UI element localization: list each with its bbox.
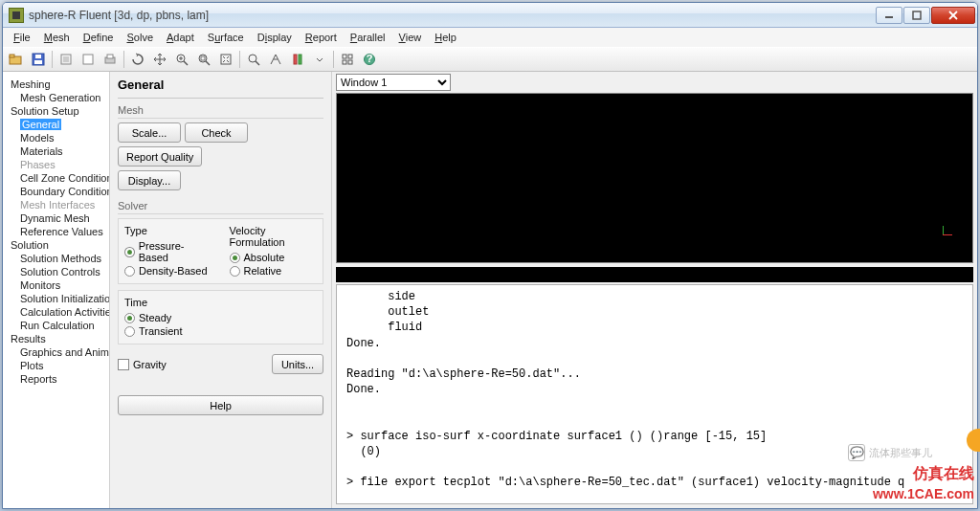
open-icon[interactable] [6,49,27,70]
help-icon[interactable]: ? [359,49,380,70]
menu-define[interactable]: Define [77,30,121,45]
graphics-viewport[interactable] [336,93,973,263]
report-quality-button[interactable]: Report Quality [118,146,202,167]
tree-reference-values[interactable]: Reference Values [7,225,105,238]
svg-line-21 [206,61,210,65]
mesh-group-label: Mesh [118,104,323,119]
close-button[interactable] [931,7,975,24]
density-based-radio[interactable]: Density-Based [124,264,212,278]
svg-rect-5 [10,55,14,57]
tree-solution-init[interactable]: Solution Initialization [7,292,105,305]
svg-rect-1 [913,11,921,19]
tree-phases[interactable]: Phases [7,158,105,171]
tree-solution-setup[interactable]: Solution Setup [7,104,105,118]
units-button[interactable]: Units... [272,354,323,374]
tool-icon-2[interactable] [78,49,99,70]
menu-solve[interactable]: Solve [120,30,160,45]
dropdown-icon[interactable] [309,49,330,70]
outline-tree[interactable]: Meshing Mesh Generation Solution Setup G… [3,72,110,508]
arrange-icon[interactable] [337,49,358,70]
svg-rect-10 [63,56,69,62]
solver-group-label: Solver [118,200,323,214]
console-output[interactable]: side outlet fluid Done. Reading "d:\a\sp… [336,284,973,504]
tree-models[interactable]: Models [7,131,105,144]
svg-line-25 [256,61,259,65]
help-button[interactable]: Help [118,395,323,415]
zoom-in-icon[interactable] [171,49,192,70]
app-icon [9,8,24,23]
window-buttons [876,7,975,24]
menu-help[interactable]: Help [428,30,463,45]
menu-mesh[interactable]: Mesh [37,30,77,45]
menu-parallel[interactable]: Parallel [344,30,392,45]
svg-rect-11 [83,55,93,64]
velocity-label: Velocity Formulation [230,225,318,248]
tree-boundary[interactable]: Boundary Conditions [7,185,105,198]
tree-general[interactable]: General [7,118,105,131]
print-icon[interactable] [100,49,121,70]
tree-meshing[interactable]: Meshing [7,78,105,91]
window-selector[interactable]: Window 1 [336,74,451,91]
titlebar: sphere-R Fluent [3d, dp, pbns, lam] [3,3,977,28]
scale-button[interactable]: Scale... [118,122,181,143]
pressure-based-radio[interactable]: Pressure-Based [124,239,212,264]
fit-icon[interactable] [215,49,236,70]
svg-rect-7 [34,60,42,64]
tree-results[interactable]: Results [7,332,105,345]
rotate-icon[interactable] [127,49,148,70]
tree-calc-activities[interactable]: Calculation Activities [7,305,105,319]
tree-mesh-interfaces[interactable]: Mesh Interfaces [7,198,105,211]
absolute-radio[interactable]: Absolute [230,251,318,264]
main-area: Window 1 side outlet fluid Done. Reading… [332,72,977,508]
relative-radio[interactable]: Relative [230,264,318,278]
gravity-checkbox[interactable]: Gravity [118,359,167,370]
menu-surface[interactable]: Surface [201,30,251,45]
task-title: General [118,76,323,99]
tool-icon-3[interactable] [265,49,286,70]
menu-adapt[interactable]: Adapt [160,30,201,45]
tree-mesh-generation[interactable]: Mesh Generation [7,91,105,104]
menu-file[interactable]: File [7,30,37,45]
viewport-strip [336,267,973,282]
tree-monitors[interactable]: Monitors [7,278,105,292]
maximize-button[interactable] [903,7,930,24]
menu-view[interactable]: View [392,30,429,45]
svg-rect-27 [294,55,297,64]
tree-dynamic-mesh[interactable]: Dynamic Mesh [7,211,105,225]
task-panel: General Mesh Scale... Check Report Quali… [110,72,332,508]
svg-rect-8 [35,55,41,58]
probe-icon[interactable] [243,49,264,70]
svg-rect-30 [348,55,352,58]
svg-line-17 [184,61,188,65]
tree-solution-controls[interactable]: Solution Controls [7,265,105,278]
minimize-button[interactable] [876,7,902,24]
svg-rect-13 [107,55,113,58]
zoom-box-icon[interactable] [193,49,214,70]
tree-reports[interactable]: Reports [7,372,105,386]
tree-plots[interactable]: Plots [7,359,105,372]
display-button[interactable]: Display... [118,170,181,190]
tool-icon-4[interactable] [287,49,308,70]
tree-materials[interactable]: Materials [7,144,105,158]
svg-rect-28 [299,55,301,64]
menu-report[interactable]: Report [299,30,344,45]
tree-solution[interactable]: Solution [7,238,105,252]
svg-rect-22 [201,56,205,60]
save-icon[interactable] [28,49,49,70]
steady-radio[interactable]: Steady [124,311,212,324]
svg-rect-29 [343,55,346,58]
tree-solution-methods[interactable]: Solution Methods [7,252,105,265]
tree-graphics[interactable]: Graphics and Animations [7,345,105,359]
time-label: Time [124,297,212,308]
menu-display[interactable]: Display [251,30,299,45]
tree-cell-zone[interactable]: Cell Zone Conditions [7,171,105,185]
check-button[interactable]: Check [185,122,248,143]
svg-rect-31 [343,60,346,64]
transient-radio[interactable]: Transient [124,324,212,338]
tree-run-calc[interactable]: Run Calculation [7,319,105,332]
pan-icon[interactable] [149,49,170,70]
tool-icon-1[interactable] [56,49,77,70]
window-title: sphere-R Fluent [3d, dp, pbns, lam] [29,9,876,22]
axis-triad-icon [940,222,953,235]
toolbar: ? [3,47,977,72]
